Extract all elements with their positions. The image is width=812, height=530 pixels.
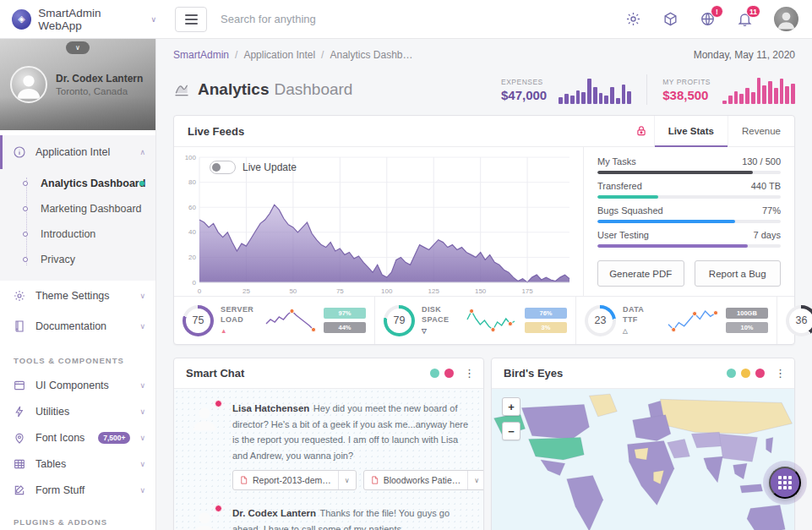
user-avatar[interactable] xyxy=(774,7,798,31)
chevron-down-icon[interactable]: ∨ xyxy=(338,471,356,489)
notifications-bell-icon[interactable]: 11 xyxy=(737,11,753,27)
svg-text:80: 80 xyxy=(188,178,196,186)
live-update-toggle[interactable] xyxy=(210,161,236,174)
globe-alerts-icon[interactable]: ! xyxy=(700,11,716,27)
sidebar-item-utilities[interactable]: Utilities ∨ xyxy=(0,398,155,424)
stat-value: 440 TB xyxy=(751,181,781,191)
stat-label: Bugs Squashed xyxy=(597,205,663,216)
stat-value: 130 / 500 xyxy=(742,156,781,167)
map-zoom-in-button[interactable]: + xyxy=(502,397,520,416)
temp-ring: 36 xyxy=(786,305,812,336)
world-map[interactable] xyxy=(492,389,794,530)
disk-space-tile: 79 DISKSPACE▽ 76% 3% xyxy=(375,297,576,344)
window-icon xyxy=(13,379,26,392)
profile-avatar[interactable] xyxy=(10,66,47,103)
disk-space-ring: 79 xyxy=(384,305,415,336)
svg-text:75: 75 xyxy=(336,287,344,295)
sidebar-nav: Application Intel ∧ Analytics Dashboard … xyxy=(0,130,155,530)
stat-label: Transfered xyxy=(597,181,642,191)
breadcrumb-application-intel[interactable]: Application Intel xyxy=(243,49,315,61)
sidebar-item-application-intel[interactable]: Application Intel ∧ xyxy=(0,135,155,169)
yellow-dot xyxy=(741,369,750,378)
attachment-bloodworks-pdf[interactable]: Bloodworks Patie… ∨ xyxy=(363,470,484,490)
sidebar-item-tables[interactable]: Tables ∨ xyxy=(0,451,155,477)
svg-text:100: 100 xyxy=(185,154,197,161)
sidebar-item-privacy[interactable]: Privacy xyxy=(0,247,155,272)
online-status-dot xyxy=(215,400,222,407)
disk-space-sparkline xyxy=(464,308,518,333)
stat-value: 7 days xyxy=(754,230,781,240)
world-map-area: + − xyxy=(492,389,794,530)
map-zoom-out-button[interactable]: − xyxy=(502,422,520,440)
status-badge: 76% xyxy=(525,308,567,319)
tab-revenue[interactable]: Revenue xyxy=(728,116,794,146)
attachment-report-pdf[interactable]: Report-2013-dem… ∨ xyxy=(232,470,357,490)
server-load-sparkline xyxy=(263,308,317,333)
svg-text:100: 100 xyxy=(381,287,393,295)
stat-label: My Tasks xyxy=(597,156,636,167)
avatar xyxy=(188,400,221,434)
chevron-down-icon: ∨ xyxy=(139,460,145,468)
status-badge: 44% xyxy=(324,322,366,333)
settings-gear-icon[interactable] xyxy=(625,11,641,27)
search-input[interactable] xyxy=(221,13,474,25)
app-launcher-fab[interactable] xyxy=(769,467,801,499)
svg-text:60: 60 xyxy=(188,204,196,211)
sidebar-item-font-icons[interactable]: Font Icons 7,500+ ∨ xyxy=(0,424,155,451)
sidebar-item-marketing-dashboard[interactable]: Marketing Dashboard xyxy=(0,196,155,221)
brand-area[interactable]: ◈ SmartAdmin WebApp ∨ xyxy=(0,7,156,32)
current-date: Monday, May 11, 2020 xyxy=(694,49,795,61)
svg-text:175: 175 xyxy=(521,287,533,295)
smart-chat-title: Smart Chat xyxy=(174,367,244,380)
menu-toggle-button[interactable] xyxy=(175,7,207,32)
expenses-stat: EXPENSES $47,000 xyxy=(501,78,547,102)
sidebar-item-analytics-dashboard[interactable]: Analytics Dashboard xyxy=(0,171,155,196)
area-chart-icon xyxy=(173,81,198,98)
stat-label: User Testing xyxy=(597,230,649,240)
sidebar-item-introduction[interactable]: Introduction xyxy=(0,221,155,247)
svg-text:150: 150 xyxy=(475,287,487,295)
generate-pdf-button[interactable]: Generate PDF xyxy=(597,260,684,287)
table-icon xyxy=(13,457,26,471)
status-badge: 97% xyxy=(324,308,366,319)
profile-location: Toronto, Canada xyxy=(56,86,143,96)
birds-eyes-title: Bird's Eyes xyxy=(492,367,563,380)
sidebar-item-ui-components[interactable]: UI Components ∨ xyxy=(0,372,155,398)
page-header: Analytics Dashboard EXPENSES $47,000 MY … xyxy=(156,71,812,115)
my-tasks-progress xyxy=(597,171,753,174)
apps-cube-icon[interactable] xyxy=(662,11,678,27)
birds-eyes-panel: Bird's Eyes ⋮ + − xyxy=(491,358,795,530)
trend-up-icon: △ xyxy=(623,327,658,336)
user-testing-progress xyxy=(597,244,748,248)
expenses-mini-bar-chart xyxy=(559,75,631,104)
panel-menu-icon[interactable]: ⋮ xyxy=(457,367,483,380)
status-badge: 10% xyxy=(726,322,768,333)
status-badge: 100GB xyxy=(726,308,768,319)
profits-value: $38,500 xyxy=(662,88,711,102)
app-window: ◈ SmartAdmin WebApp ∨ ! 11 xyxy=(0,0,812,530)
bugs-squashed-progress xyxy=(597,220,735,223)
tab-live-stats[interactable]: Live Stats xyxy=(654,116,728,146)
chevron-down-icon: ∨ xyxy=(139,407,145,416)
server-load-tile: 75 SERVERLOAD▲ 97% 44% xyxy=(174,297,375,344)
notification-count-badge: 11 xyxy=(746,5,760,18)
teal-dot xyxy=(430,369,439,378)
chevron-down-icon: ∨ xyxy=(139,381,145,390)
sidebar-item-documentation[interactable]: Documentation ∨ xyxy=(0,311,155,341)
avatar xyxy=(188,505,221,530)
report-bug-button[interactable]: Report a Bug xyxy=(695,260,782,287)
chevron-down-icon[interactable]: ∨ xyxy=(467,471,484,489)
breadcrumb-smartadmin[interactable]: SmartAdmin xyxy=(173,49,229,61)
panel-menu-icon[interactable]: ⋮ xyxy=(768,367,794,380)
trend-up-icon: ▲ xyxy=(221,327,256,336)
chevron-down-icon: ∨ xyxy=(139,434,145,442)
sidebar-item-theme-settings[interactable]: Theme Settings ∨ xyxy=(0,281,155,311)
live-feeds-panel: Live Feeds Live Stats Revenue Live Updat… xyxy=(173,115,795,345)
stat-value: 77% xyxy=(762,205,781,216)
pdf-file-icon xyxy=(233,475,253,485)
sidebar-item-form-stuff[interactable]: Form Stuff ∨ xyxy=(0,477,155,503)
trend-down-icon: ▽ xyxy=(422,327,457,336)
profile-collapse-button[interactable]: ∨ xyxy=(66,41,90,54)
smart-chat-panel: Smart Chat ⋮ Lisa Hatchensen xyxy=(173,358,484,530)
active-page-dot xyxy=(139,181,144,186)
